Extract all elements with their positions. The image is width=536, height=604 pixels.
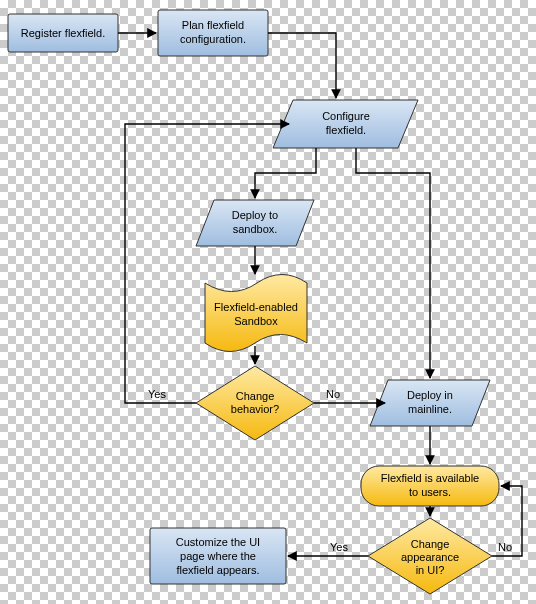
change-ui-label-2: appearance	[401, 551, 459, 563]
edge-configure-deploysb	[255, 148, 316, 198]
sandbox-label-2: Sandbox	[234, 315, 278, 327]
edge-label-yes-1: Yes	[148, 388, 166, 400]
deploy-sb-label-1: Deploy to	[232, 209, 278, 221]
node-customize: Customize the UI page where the flexfiel…	[150, 528, 286, 584]
available-label-2: to users.	[409, 486, 451, 498]
node-configure: Configure flexfield.	[273, 100, 418, 148]
plan-label-2: configuration.	[180, 33, 246, 45]
node-available: Flexfield is available to users.	[361, 466, 499, 506]
node-sandbox: Flexfield-enabled Sandbox	[205, 275, 307, 352]
register-label: Register flexfield.	[21, 27, 105, 39]
customize-label-2: page where the	[180, 550, 256, 562]
node-change-ui: Change appearance in UI?	[368, 518, 492, 594]
configure-label-2: flexfield.	[326, 124, 366, 136]
edge-changebeh-yes	[125, 124, 289, 403]
sandbox-label-1: Flexfield-enabled	[214, 301, 298, 313]
edge-configure-deployml	[356, 148, 430, 378]
edge-label-yes-2: Yes	[330, 541, 348, 553]
change-beh-label-1: Change	[236, 390, 275, 402]
flowchart: Register flexfield. Plan flexfield confi…	[0, 0, 536, 604]
node-deploy-sandbox: Deploy to sandbox.	[196, 200, 314, 246]
available-label-1: Flexfield is available	[381, 472, 479, 484]
node-change-behavior: Change behavior?	[196, 366, 314, 440]
plan-label-1: Plan flexfield	[182, 19, 244, 31]
deploy-ml-label-1: Deploy in	[407, 389, 453, 401]
deploy-sb-label-2: sandbox.	[233, 223, 278, 235]
edge-label-no-1: No	[326, 388, 340, 400]
change-ui-label-1: Change	[411, 538, 450, 550]
node-register: Register flexfield.	[8, 14, 118, 52]
node-plan: Plan flexfield configuration.	[158, 10, 268, 56]
change-beh-label-2: behavior?	[231, 403, 279, 415]
change-ui-label-3: in UI?	[416, 564, 445, 576]
deploy-ml-label-2: mainline.	[408, 403, 452, 415]
node-deploy-mainline: Deploy in mainline.	[370, 380, 490, 426]
edge-plan-configure	[268, 33, 336, 98]
configure-label-1: Configure	[322, 110, 370, 122]
customize-label-1: Customize the UI	[176, 536, 260, 548]
customize-label-3: flexfield appears.	[176, 564, 259, 576]
edge-label-no-2: No	[498, 541, 512, 553]
